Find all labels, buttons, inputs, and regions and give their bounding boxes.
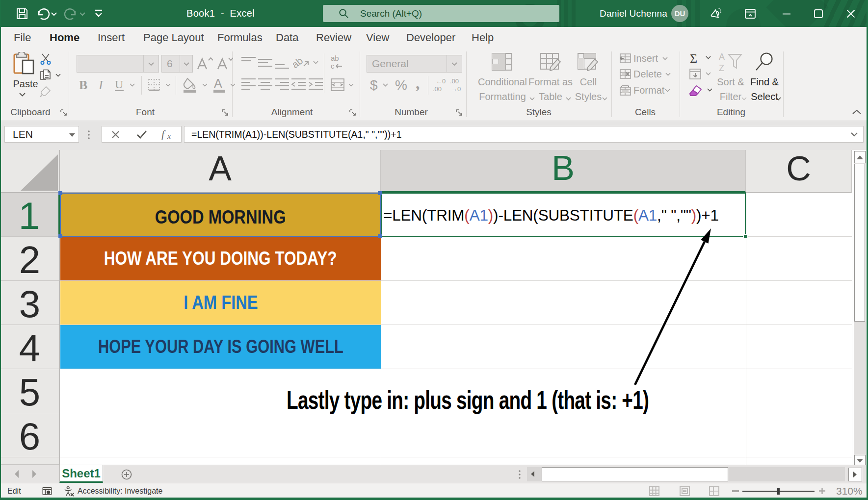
align-right-button[interactable] — [274, 78, 289, 91]
percent-style-button[interactable]: % — [395, 77, 408, 93]
cut-button[interactable] — [40, 53, 51, 65]
clipboard-dialog-launcher[interactable] — [59, 108, 68, 117]
font-color-dropdown[interactable] — [230, 83, 236, 87]
bold-button[interactable]: B — [78, 78, 88, 92]
close-button[interactable] — [836, 0, 866, 27]
tab-page-layout[interactable]: Page Layout — [143, 27, 204, 48]
sheet-tab-sheet1[interactable]: Sheet1 — [59, 465, 103, 483]
zoom-slider-thumb[interactable] — [777, 488, 780, 495]
merge-center-dropdown[interactable] — [348, 83, 354, 87]
number-format-select[interactable]: General — [367, 55, 462, 73]
cell-styles-button[interactable] — [577, 52, 600, 71]
merge-center-button[interactable] — [330, 78, 345, 92]
row-header-2[interactable]: 2 — [0, 237, 60, 281]
column-header-b[interactable]: B — [381, 150, 746, 193]
undo-dropdown[interactable] — [50, 10, 58, 18]
copy-button[interactable] — [39, 69, 52, 82]
paste-button[interactable] — [13, 52, 35, 75]
insert-cells-label[interactable]: Insert — [633, 53, 658, 64]
delete-cells-button[interactable] — [619, 69, 631, 79]
row-header-3[interactable]: 3 — [0, 281, 60, 325]
wrap-text-button[interactable]: abc — [330, 54, 345, 70]
add-sheet-button[interactable] — [121, 469, 132, 480]
insert-cells-dropdown[interactable] — [662, 56, 668, 61]
zoom-out-button[interactable] — [732, 490, 739, 492]
fill-handle[interactable] — [743, 234, 748, 239]
clear-button[interactable] — [688, 83, 703, 97]
copy-dropdown[interactable] — [55, 73, 61, 77]
cell-styles-label[interactable]: Cell Styles — [571, 75, 605, 104]
insert-function-button[interactable]: fx — [155, 129, 181, 140]
cell-a3[interactable]: I AM FINE — [60, 281, 381, 325]
fill-color-button[interactable] — [182, 77, 198, 93]
align-center-button[interactable] — [258, 78, 273, 91]
format-cells-button[interactable] — [619, 85, 631, 96]
font-size-select[interactable]: 6 — [161, 55, 193, 73]
orientation-dropdown[interactable] — [313, 60, 319, 65]
name-box[interactable]: LEN — [4, 126, 79, 143]
ribbon-display-options-button[interactable] — [736, 0, 765, 27]
borders-dropdown[interactable] — [165, 83, 171, 87]
borders-button[interactable] — [147, 78, 161, 92]
macro-record-button[interactable] — [42, 487, 52, 496]
vertical-scrollbar[interactable] — [854, 151, 866, 467]
account-name[interactable]: Daniel Uchenna — [600, 0, 667, 27]
search-input[interactable]: Search (Alt+Q) — [323, 5, 559, 22]
column-header-c[interactable]: C — [746, 150, 852, 193]
horizontal-scroll-thumb[interactable] — [542, 467, 728, 481]
reference-handle[interactable] — [58, 234, 62, 238]
italic-button[interactable]: I — [97, 78, 106, 92]
orientation-button[interactable]: ab — [293, 54, 310, 70]
cell-styles-dropdown[interactable] — [602, 97, 608, 101]
row-header-5[interactable]: 5 — [0, 369, 60, 413]
row-header-7-partial[interactable] — [0, 457, 60, 465]
underline-dropdown[interactable] — [129, 83, 135, 87]
alignment-dialog-launcher[interactable] — [348, 108, 357, 117]
tab-developer[interactable]: Developer — [406, 27, 455, 48]
tab-insert[interactable]: Insert — [98, 27, 125, 48]
find-select-dropdown[interactable] — [775, 97, 782, 101]
reference-handle[interactable] — [58, 191, 62, 195]
row-header-4[interactable]: 4 — [0, 325, 60, 369]
increase-indent-button[interactable] — [308, 78, 323, 91]
tab-scrollbar-splitter[interactable] — [519, 470, 521, 479]
accounting-format-button[interactable]: $ — [369, 77, 379, 93]
row-header-6[interactable]: 6 — [0, 413, 60, 457]
align-middle-button[interactable] — [258, 56, 273, 69]
fill-button[interactable] — [689, 68, 702, 80]
formula-bar-splitter[interactable] — [88, 130, 90, 140]
autosum-button[interactable]: Σ — [689, 52, 700, 65]
format-as-table-button[interactable] — [540, 52, 562, 71]
sheet-grid[interactable]: A B C 1 2 3 4 5 6 GOOD MORNING HOW ARE Y… — [0, 150, 854, 465]
font-dialog-launcher[interactable] — [221, 108, 229, 117]
accounting-format-dropdown[interactable] — [382, 83, 389, 87]
row-header-1[interactable]: 1 — [0, 193, 60, 237]
increase-decimal-button[interactable]: ←0.00 — [432, 77, 447, 93]
accessibility-icon[interactable] — [63, 486, 75, 497]
format-cells-dropdown[interactable] — [664, 88, 671, 93]
qat-customize-button[interactable] — [93, 9, 104, 19]
underline-button[interactable]: U — [114, 78, 125, 92]
delete-cells-label[interactable]: Delete — [633, 69, 662, 80]
save-button[interactable] — [15, 7, 29, 21]
sheet-nav-prev[interactable] — [13, 469, 21, 479]
select-all-button[interactable] — [0, 150, 60, 193]
tab-help[interactable]: Help — [472, 27, 494, 48]
tab-file[interactable]: File — [14, 27, 31, 48]
undo-button[interactable] — [36, 7, 50, 21]
conditional-formatting-button[interactable] — [491, 52, 513, 71]
vertical-scroll-thumb[interactable] — [854, 164, 865, 322]
formula-input[interactable]: =LEN(TRIM(A1))-LEN(SUBSTITUTE(A1," ","")… — [184, 126, 864, 143]
sort-filter-button[interactable]: A Z — [718, 51, 743, 73]
sheet-nav-next[interactable] — [30, 469, 38, 479]
delete-cells-dropdown[interactable] — [665, 72, 671, 76]
column-header-a[interactable]: A — [60, 150, 381, 193]
font-name-select[interactable] — [77, 55, 159, 73]
view-page-break-button[interactable] — [709, 486, 720, 497]
reference-handle[interactable] — [378, 234, 382, 238]
decrease-indent-button[interactable] — [291, 78, 306, 91]
insert-cells-button[interactable] — [619, 53, 631, 64]
tab-home[interactable]: Home — [50, 27, 79, 48]
tab-review[interactable]: Review — [316, 27, 351, 48]
tab-view[interactable]: View — [366, 27, 389, 48]
